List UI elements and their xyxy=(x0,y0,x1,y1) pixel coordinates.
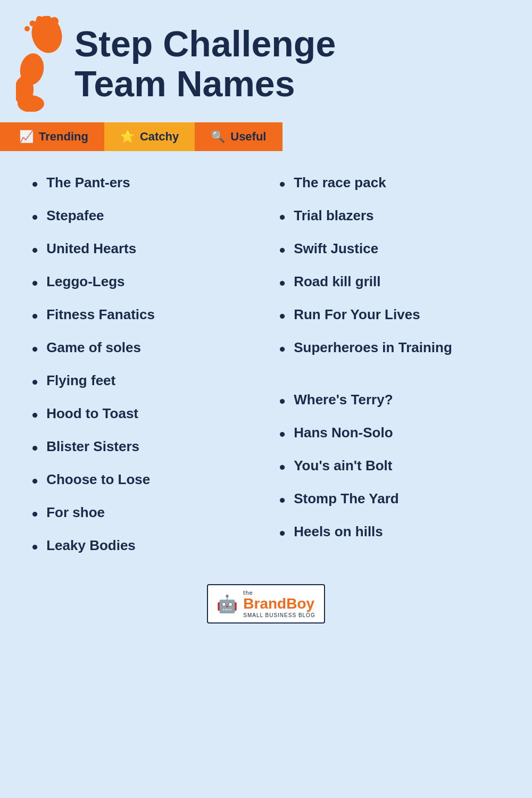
list-item: • Fitness Fanatics xyxy=(27,299,274,332)
item-text: Blister Sisters xyxy=(46,438,269,455)
logo-sub: SMALL BUSINESS BLOG xyxy=(243,612,315,618)
svg-point-6 xyxy=(24,26,30,31)
list-item: • United Hearts xyxy=(27,233,274,266)
tab-trending[interactable]: 📈 Trending xyxy=(3,122,104,151)
list-item: • Hans Non-Solo xyxy=(274,417,521,450)
tab-trending-label: Trending xyxy=(39,130,88,144)
page-wrapper: Step Challenge Team Names 📈 Trending ⭐ C… xyxy=(0,0,532,798)
list-item: • Heels on hills xyxy=(274,516,521,549)
item-text: You's ain't Bolt xyxy=(294,458,516,474)
bullet: • xyxy=(279,242,285,259)
list-item: • Blister Sisters xyxy=(27,431,274,464)
list-item: • Flying feet xyxy=(27,365,274,398)
item-text: Leaky Bodies xyxy=(46,537,269,554)
item-text: Road kill grill xyxy=(294,273,516,290)
catchy-icon: ⭐ xyxy=(120,130,135,144)
item-text: Stomp The Yard xyxy=(294,491,516,507)
item-text: Fitness Fanatics xyxy=(46,306,269,323)
item-text: Game of soles xyxy=(46,339,269,356)
bullet: • xyxy=(279,492,285,509)
item-text: Swift Justice xyxy=(294,240,516,257)
bullet: • xyxy=(279,426,285,443)
list-item: • Hood to Toast xyxy=(27,398,274,431)
bullet: • xyxy=(32,472,38,489)
item-text: Choose to Lose xyxy=(46,471,269,488)
left-column: • The Pant-ers • Stepafee • United Heart… xyxy=(27,167,274,563)
footprint-icon xyxy=(16,16,64,112)
bullet: • xyxy=(32,242,38,259)
bullet: • xyxy=(32,275,38,292)
list-item: • The race pack xyxy=(274,167,521,200)
main-title: Step Challenge Team Names xyxy=(74,24,336,104)
bullet: • xyxy=(279,340,285,358)
brandboy-logo: 🤖 the BrandBoy SMALL BUSINESS BLOG xyxy=(207,584,325,624)
bullet: • xyxy=(32,307,38,325)
list-item: • Choose to Lose xyxy=(27,464,274,497)
logo-text: the BrandBoy SMALL BUSINESS BLOG xyxy=(243,589,315,618)
bullet: • xyxy=(279,275,285,292)
list-item: • Where's Terry? xyxy=(274,384,521,417)
list-item: • The Pant-ers xyxy=(27,167,274,200)
logo-mascot-icon: 🤖 xyxy=(217,594,238,614)
svg-point-8 xyxy=(18,95,44,112)
bullet: • xyxy=(279,525,285,542)
svg-point-2 xyxy=(50,17,59,26)
tab-useful[interactable]: 🔍 Useful xyxy=(195,122,282,151)
list-item: • Leaky Bodies xyxy=(27,530,274,563)
bullet: • xyxy=(279,209,285,226)
list-item: • Trial blazers xyxy=(274,200,521,233)
useful-icon: 🔍 xyxy=(211,130,225,144)
header: Step Challenge Team Names xyxy=(0,0,532,117)
logo-brand: BrandBoy xyxy=(243,596,315,612)
bullet: • xyxy=(32,340,38,358)
bullet: • xyxy=(279,176,285,193)
list-item: • You's ain't Bolt xyxy=(274,450,521,483)
list-item: • Road kill grill xyxy=(274,266,521,299)
trending-icon: 📈 xyxy=(19,130,34,144)
content-area: • The Pant-ers • Stepafee • United Heart… xyxy=(0,151,532,573)
right-column: • The race pack • Trial blazers • Swift … xyxy=(274,167,521,563)
item-text: Stepafee xyxy=(46,207,269,224)
item-text: Hans Non-Solo xyxy=(294,425,516,441)
bullet: • xyxy=(32,176,38,193)
list-item: • Stepafee xyxy=(27,200,274,233)
item-text: Where's Terry? xyxy=(294,392,516,408)
bullet: • xyxy=(32,406,38,423)
list-item: • Run For Your Lives xyxy=(274,299,521,332)
shoe-icons xyxy=(16,16,64,112)
list-item: • Swift Justice xyxy=(274,233,521,266)
item-text: Hood to Toast xyxy=(46,405,269,422)
item-text: Heels on hills xyxy=(294,523,516,540)
svg-point-5 xyxy=(30,21,36,27)
bullet: • xyxy=(32,505,38,522)
item-text: United Hearts xyxy=(46,240,269,257)
footer: 🤖 the BrandBoy SMALL BUSINESS BLOG xyxy=(0,573,532,639)
list-item: • Stomp The Yard xyxy=(274,483,521,516)
tab-bar: 📈 Trending ⭐ Catchy 🔍 Useful xyxy=(0,122,532,151)
list-item: • For shoe xyxy=(27,497,274,530)
item-text: For shoe xyxy=(46,504,269,521)
item-text: Trial blazers xyxy=(294,207,516,224)
item-text: Flying feet xyxy=(46,372,269,389)
bullet: • xyxy=(279,459,285,476)
item-text: Leggo-Legs xyxy=(46,273,269,290)
item-text: Run For Your Lives xyxy=(294,306,516,323)
bullet: • xyxy=(32,373,38,390)
bullet: • xyxy=(32,538,38,555)
list-item: • Game of soles xyxy=(27,332,274,365)
bullet: • xyxy=(32,439,38,456)
bullet: • xyxy=(32,209,38,226)
tab-catchy-label: Catchy xyxy=(140,130,179,144)
tab-useful-label: Useful xyxy=(230,130,266,144)
list-item: • Leggo-Legs xyxy=(27,266,274,299)
item-text: The Pant-ers xyxy=(46,174,269,191)
list-item: • Superheroes in Training xyxy=(274,332,521,384)
tab-catchy[interactable]: ⭐ Catchy xyxy=(104,122,195,151)
item-text: The race pack xyxy=(294,174,516,191)
item-text: Superheroes in Training xyxy=(294,339,516,377)
bullet: • xyxy=(279,307,285,325)
title-block: Step Challenge Team Names xyxy=(74,24,336,104)
bullet: • xyxy=(279,393,285,410)
svg-point-4 xyxy=(36,16,43,22)
